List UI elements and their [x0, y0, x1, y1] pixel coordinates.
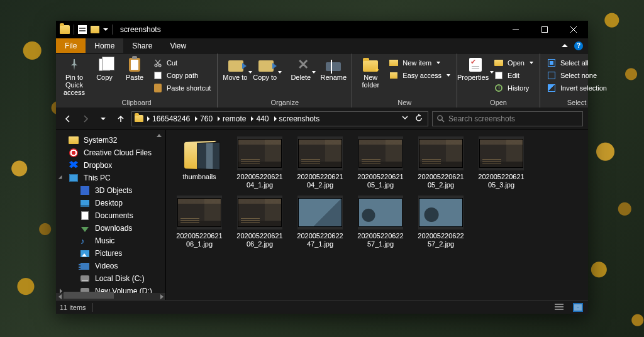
- select-all-button[interactable]: Select all: [544, 57, 609, 69]
- minimize-button[interactable]: [501, 21, 530, 38]
- delete-button[interactable]: ✕ Delete: [289, 56, 318, 82]
- nav-up-button[interactable]: [114, 112, 128, 126]
- image-thumbnail: [418, 196, 464, 229]
- pin-quick-access-button[interactable]: Pin to Quick access: [60, 56, 89, 97]
- ribbon-group-open: Properties Open Edit History: [457, 53, 540, 108]
- music-icon: ♪: [80, 236, 90, 245]
- easy-access-button[interactable]: Easy access: [386, 70, 453, 81]
- group-label-open: Open: [461, 97, 536, 106]
- new-item-button[interactable]: New item: [386, 57, 453, 69]
- new-item-icon: [389, 58, 399, 68]
- edit-button[interactable]: Edit: [491, 70, 536, 81]
- nav-back-button[interactable]: [61, 112, 75, 126]
- address-dropdown-icon[interactable]: [401, 114, 409, 123]
- file-item[interactable]: 20200522062104_2.jpg: [296, 136, 345, 189]
- breadcrumb[interactable]: remote: [216, 114, 247, 123]
- status-count: 11 items: [60, 304, 86, 311]
- refresh-button[interactable]: [415, 114, 423, 123]
- view-details-button[interactable]: [553, 302, 565, 312]
- cut-icon: [153, 58, 163, 68]
- folder-item[interactable]: thumbnails: [175, 136, 224, 189]
- file-item[interactable]: 20200522062105_3.jpg: [477, 136, 526, 189]
- scroll-right-icon[interactable]: [158, 293, 165, 300]
- tab-view[interactable]: View: [161, 38, 195, 53]
- sidebar-item-local-disk-c-[interactable]: Local Disk (C:): [56, 272, 165, 285]
- select-none-button[interactable]: Select none: [544, 70, 609, 81]
- window-title: screenshots: [120, 25, 161, 34]
- pin-label: Pin to Quick access: [61, 74, 87, 96]
- file-item[interactable]: 20200522062257_1.jpg: [356, 196, 405, 248]
- view-thumbnails-button[interactable]: [572, 302, 584, 312]
- sidebar-scrollbar[interactable]: [56, 293, 165, 300]
- sidebar-item-3d-objects[interactable]: 3D Objects: [56, 184, 165, 197]
- open-button[interactable]: Open: [491, 57, 536, 69]
- tab-file[interactable]: File: [56, 38, 86, 53]
- invert-selection-button[interactable]: Invert selection: [544, 82, 609, 94]
- help-icon[interactable]: ?: [574, 41, 583, 50]
- sidebar-item-creative-cloud-files[interactable]: Creative Cloud Files: [56, 146, 165, 159]
- properties-icon: [469, 58, 482, 72]
- file-item[interactable]: 20200522062104_1.jpg: [235, 136, 284, 189]
- status-bar: 11 items: [56, 300, 588, 314]
- file-item[interactable]: 20200522062257_2.jpg: [416, 196, 465, 248]
- nav-forward-button[interactable]: [79, 112, 92, 126]
- sidebar-item-desktop[interactable]: Desktop: [56, 197, 165, 209]
- copy-button[interactable]: Copy: [90, 56, 119, 82]
- sidebar-item-label: Documents: [95, 211, 133, 220]
- qat-customize-icon[interactable]: [103, 28, 108, 31]
- address-field[interactable]: 166548246 760 remote 440 screenshots: [131, 111, 428, 126]
- sidebar-item-dropbox[interactable]: Dropbox: [56, 159, 165, 172]
- expand-icon[interactable]: [58, 175, 64, 180]
- sidebar-item-downloads[interactable]: Downloads: [56, 222, 165, 235]
- copy-label: Copy: [96, 74, 113, 81]
- paste-shortcut-button[interactable]: Paste shortcut: [150, 82, 213, 94]
- file-item[interactable]: 20200522062106_1.jpg: [175, 196, 224, 248]
- tab-home[interactable]: Home: [86, 38, 123, 53]
- sidebar-item-system32[interactable]: System32: [56, 134, 165, 146]
- sidebar: System32Creative Cloud FilesDropboxThis …: [56, 130, 166, 300]
- address-folder-icon: [135, 115, 143, 122]
- file-item[interactable]: 20200522062106_2.jpg: [235, 196, 284, 248]
- paste-button[interactable]: Paste: [120, 56, 149, 82]
- properties-label: Properties: [457, 74, 494, 81]
- cut-button[interactable]: Cut: [150, 57, 213, 69]
- sidebar-item-pictures[interactable]: Pictures: [56, 247, 165, 260]
- pin-icon: [69, 59, 80, 70]
- search-input[interactable]: Search screenshots: [432, 111, 583, 126]
- scrollbar-thumb[interactable]: [64, 292, 114, 299]
- collapse-ribbon-icon[interactable]: [562, 44, 568, 47]
- scroll-left-icon[interactable]: [56, 293, 64, 300]
- sidebar-item-videos[interactable]: Videos: [56, 260, 165, 272]
- copy-to-button[interactable]: Copy to: [252, 56, 280, 82]
- history-button[interactable]: History: [491, 82, 536, 94]
- properties-button[interactable]: Properties: [461, 56, 490, 82]
- tab-share[interactable]: Share: [123, 38, 161, 53]
- file-item[interactable]: 20200522062247_1.jpg: [296, 196, 345, 248]
- group-label-clipboard: Clipboard: [60, 97, 213, 106]
- details-view-icon: [555, 304, 564, 311]
- rename-button[interactable]: Rename: [319, 56, 348, 82]
- nav-recent-button[interactable]: [96, 112, 110, 126]
- breadcrumb[interactable]: 440: [250, 114, 270, 123]
- image-thumbnail: [479, 136, 524, 170]
- maximize-button[interactable]: [530, 21, 559, 38]
- item-label: 20200522062105_2.jpg: [416, 173, 465, 189]
- new-folder-label: New folder: [357, 74, 384, 89]
- move-to-button[interactable]: Move to: [221, 56, 250, 82]
- qat-newfolder-icon[interactable]: [91, 26, 99, 33]
- breadcrumb[interactable]: 760: [194, 114, 214, 123]
- file-item[interactable]: 20200522062105_2.jpg: [416, 136, 465, 189]
- breadcrumb[interactable]: screenshots: [273, 114, 321, 123]
- file-item[interactable]: 20200522062105_1.jpg: [356, 136, 405, 189]
- sidebar-item-label: Desktop: [95, 199, 123, 207]
- breadcrumb[interactable]: 166548246: [146, 114, 191, 123]
- sidebar-item-music[interactable]: ♪Music: [56, 235, 165, 247]
- sidebar-item-documents[interactable]: Documents: [56, 209, 165, 222]
- sidebar-item-this-pc[interactable]: This PC: [56, 172, 165, 184]
- group-label-select: Select: [544, 97, 609, 106]
- rename-icon: [326, 62, 341, 71]
- qat-properties-icon[interactable]: [78, 25, 87, 34]
- close-button[interactable]: [559, 21, 588, 38]
- copy-path-button[interactable]: Copy path: [150, 70, 213, 81]
- new-folder-button[interactable]: ✦ New folder: [356, 56, 385, 90]
